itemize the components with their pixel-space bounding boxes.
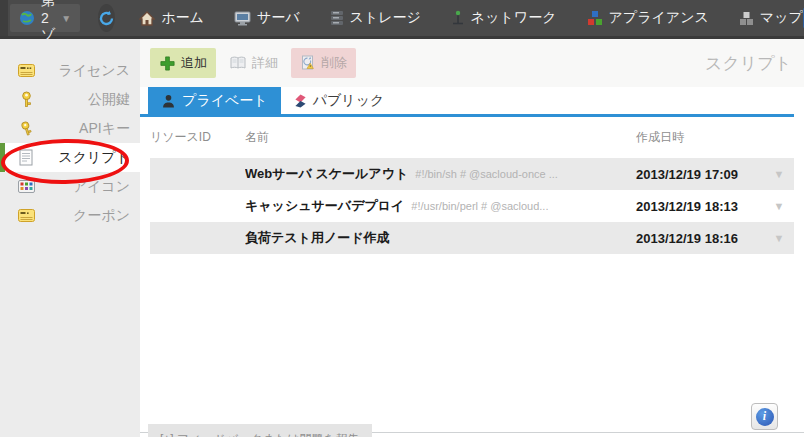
- sidebar-item-label: 公開鍵: [35, 91, 140, 109]
- toolbar: 追加 詳細 削除 スクリプト: [140, 39, 804, 87]
- network-icon: [451, 10, 465, 26]
- tab-public[interactable]: パブリック: [281, 87, 398, 114]
- sidebar-item-icon[interactable]: アイコン: [0, 172, 140, 201]
- sidebar-item-label: クーポン: [35, 207, 140, 225]
- refresh-button[interactable]: [98, 4, 115, 32]
- topbar-edge: [0, 0, 8, 36]
- row-dropdown-icon[interactable]: ▼: [764, 168, 794, 180]
- sidebar-item-label: アイコン: [35, 178, 140, 196]
- top-nav: ホーム サーバ ストレージ ネットワーク: [139, 9, 803, 27]
- row-dropdown-icon[interactable]: ▼: [764, 232, 794, 244]
- main-panel: 追加 詳細 削除 スクリプト プライベート: [140, 39, 804, 437]
- nav-item-home[interactable]: ホーム: [139, 9, 204, 27]
- icon-grid-icon: [17, 180, 35, 193]
- nav-item-storage[interactable]: ストレージ: [330, 9, 421, 27]
- nav-label: アプライアンス: [609, 9, 709, 27]
- delete-button-label: 削除: [321, 54, 347, 72]
- home-icon: [139, 11, 155, 26]
- info-button[interactable]: i: [751, 403, 778, 430]
- sidebar: ライセンス 公開鍵 APIキー スクリプト アイコン: [0, 39, 140, 437]
- nav-label: ホーム: [161, 9, 204, 27]
- nav-label: マップ: [760, 9, 803, 27]
- delete-button[interactable]: 削除: [291, 48, 356, 78]
- table-header: リソースID 名前 作成日時: [150, 117, 794, 158]
- resource-id-redacted: [150, 231, 245, 246]
- nav-item-map[interactable]: マップ: [739, 9, 803, 27]
- sidebar-item-label: APIキー: [35, 120, 140, 138]
- appliance-icon: [587, 10, 603, 26]
- nav-label: ネットワーク: [471, 9, 557, 27]
- map-icon: [739, 11, 754, 26]
- nav-label: ストレージ: [350, 9, 421, 27]
- sidebar-item-public-key[interactable]: 公開鍵: [0, 85, 140, 114]
- script-icon: [17, 149, 35, 166]
- delete-warning-icon: [300, 55, 316, 71]
- table-row[interactable]: 負荷テスト用ノード作成 2013/12/19 18:16 ▼: [150, 222, 794, 254]
- sidebar-item-coupon[interactable]: クーポン: [0, 201, 140, 230]
- info-icon: i: [756, 408, 774, 426]
- public-zigzag-icon: [294, 93, 307, 109]
- resource-id-redacted: [150, 199, 245, 214]
- sidebar-item-api-key[interactable]: APIキー: [0, 114, 140, 143]
- globe-icon: [19, 10, 35, 26]
- page-title: スクリプト: [705, 52, 792, 75]
- table-row[interactable]: キャッシュサーバデプロイ#!/usr/bin/perl # @sacloud..…: [150, 190, 794, 222]
- nav-item-network[interactable]: ネットワーク: [451, 9, 557, 27]
- license-icon: [17, 64, 35, 77]
- detail-button-label: 詳細: [252, 54, 278, 72]
- header-name: 名前: [245, 129, 636, 146]
- script-table: リソースID 名前 作成日時 Webサーバ スケールアウト#!/bin/sh #…: [150, 117, 794, 254]
- row-created-cell: 2013/12/19 18:13: [636, 199, 764, 214]
- coupon-icon: [17, 209, 35, 222]
- tab-label: パブリック: [313, 92, 385, 110]
- book-icon: [229, 56, 247, 70]
- detail-button[interactable]: 詳細: [220, 48, 287, 78]
- nav-item-appliance[interactable]: アプライアンス: [587, 9, 709, 27]
- feedback-link[interactable]: [+] フィードバックまたは問題を報告: [148, 424, 372, 437]
- refresh-icon: [98, 10, 115, 27]
- row-created-cell: 2013/12/19 18:16: [636, 231, 764, 246]
- server-icon: [234, 11, 251, 26]
- topbar: 石狩第2ゾーン ▼ ホーム サーバ: [0, 0, 804, 39]
- tab-label: プライベート: [182, 92, 268, 110]
- add-button[interactable]: 追加: [150, 48, 216, 78]
- api-key-icon: [17, 121, 35, 137]
- tab-private[interactable]: プライベート: [148, 87, 281, 114]
- plus-icon: [159, 55, 176, 72]
- row-name-cell: キャッシュサーバデプロイ#!/usr/bin/perl # @sacloud..…: [245, 197, 636, 215]
- sidebar-item-license[interactable]: ライセンス: [0, 56, 140, 85]
- header-resource-id: リソースID: [150, 129, 245, 146]
- nav-item-server[interactable]: サーバ: [234, 9, 300, 27]
- row-dropdown-icon[interactable]: ▼: [764, 200, 794, 212]
- sidebar-item-label: ライセンス: [35, 62, 140, 80]
- sidebar-item-label: スクリプト: [35, 149, 140, 167]
- table-row[interactable]: Webサーバ スケールアウト#!/bin/sh # @sacloud-once …: [150, 158, 794, 190]
- tabbar: プライベート パブリック: [140, 87, 794, 117]
- chevron-down-icon: ▼: [61, 13, 71, 24]
- row-created-cell: 2013/12/19 17:09: [636, 167, 764, 182]
- storage-icon: [330, 10, 344, 26]
- add-button-label: 追加: [181, 54, 207, 72]
- row-name-cell: Webサーバ スケールアウト#!/bin/sh # @sacloud-once …: [245, 165, 636, 183]
- sidebar-item-script[interactable]: スクリプト: [0, 143, 140, 172]
- app-window: 石狩第2ゾーン ▼ ホーム サーバ: [0, 0, 804, 437]
- zone-selector[interactable]: 石狩第2ゾーン ▼: [10, 4, 80, 32]
- public-key-icon: [17, 91, 35, 108]
- resource-id-redacted: [150, 167, 245, 182]
- row-name-cell: 負荷テスト用ノード作成: [245, 229, 636, 247]
- private-person-icon: [161, 94, 176, 108]
- nav-label: サーバ: [257, 9, 300, 27]
- header-created: 作成日時: [636, 129, 764, 146]
